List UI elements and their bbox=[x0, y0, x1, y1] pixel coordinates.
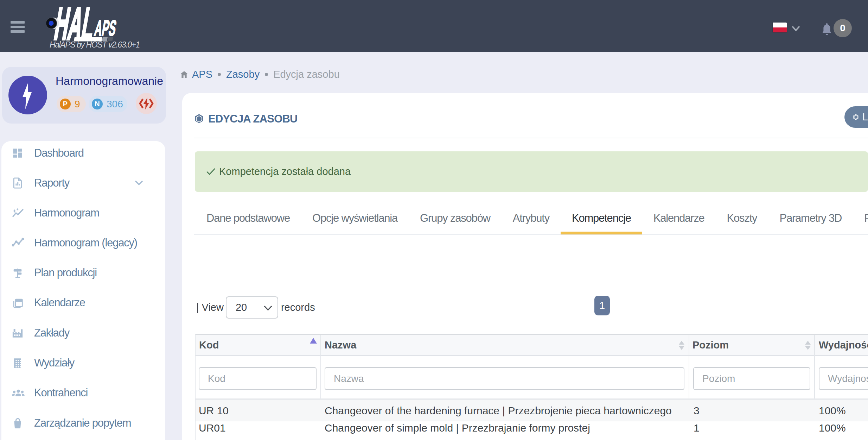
svg-text:APS: APS bbox=[93, 15, 118, 40]
